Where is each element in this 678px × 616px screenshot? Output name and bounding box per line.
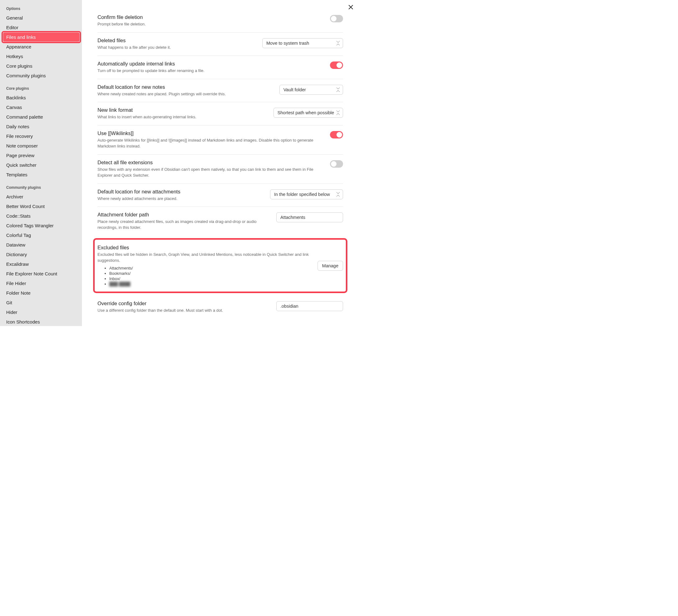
sidebar-item-colorful-tag[interactable]: Colorful Tag bbox=[3, 231, 79, 240]
sidebar-item-community-plugins[interactable]: Community plugins bbox=[3, 71, 79, 80]
setting-title: New link format bbox=[98, 107, 267, 113]
sidebar-item-quick-switcher[interactable]: Quick switcher bbox=[3, 160, 79, 170]
excluded-item: Bookmarks/ bbox=[109, 271, 311, 276]
sidebar-item-appearance[interactable]: Appearance bbox=[3, 42, 79, 51]
setting-desc: Auto-generate Wikilinks for [[links]] an… bbox=[98, 138, 324, 149]
setting-confirm-delete: Confirm file deletion Prompt before file… bbox=[98, 9, 343, 33]
confirm-delete-toggle[interactable] bbox=[330, 15, 343, 22]
setting-excluded-files: Excluded files Excluded files will be hi… bbox=[98, 240, 343, 292]
setting-detect-extensions: Detect all file extensions Show files wi… bbox=[98, 155, 343, 184]
sidebar-item-git[interactable]: Git bbox=[3, 298, 79, 307]
excluded-files-highlight: Excluded files Excluded files will be hi… bbox=[93, 238, 347, 293]
setting-desc: Use a different config folder than the d… bbox=[98, 308, 270, 314]
sidebar-section-title: Community plugins bbox=[3, 183, 79, 191]
setting-desc: Place newly created attachment files, su… bbox=[98, 219, 270, 231]
sidebar-item-file-explorer-note-count[interactable]: File Explorer Note Count bbox=[3, 269, 79, 278]
close-icon bbox=[348, 4, 353, 10]
setting-desc: Excluded files will be hidden in Search,… bbox=[98, 252, 311, 264]
excluded-item: Inbox/ bbox=[109, 276, 311, 281]
setting-auto-update-links: Automatically update internal links Turn… bbox=[98, 56, 343, 79]
excluded-list: Attachments/Bookmarks/Inbox/███ ████ bbox=[98, 265, 311, 287]
detect-extensions-toggle[interactable] bbox=[330, 160, 343, 168]
setting-desc: What happens to a file after you delete … bbox=[98, 45, 256, 50]
setting-desc: Turn off to be prompted to update links … bbox=[98, 68, 324, 74]
sidebar-section-title: Core plugins bbox=[3, 84, 79, 93]
setting-config-folder: Override config folder Use a different c… bbox=[98, 296, 343, 319]
setting-title: Automatically update internal links bbox=[98, 61, 324, 67]
setting-deleted-files: Deleted files What happens to a file aft… bbox=[98, 33, 343, 56]
sidebar-item-hider[interactable]: Hider bbox=[3, 308, 79, 317]
sidebar-item-folder-note[interactable]: Folder Note bbox=[3, 288, 79, 297]
setting-desc: What links to insert when auto-generatin… bbox=[98, 114, 267, 120]
sidebar-item-colored-tags-wrangler[interactable]: Colored Tags Wrangler bbox=[3, 221, 79, 230]
setting-desc: Where newly added attachments are placed… bbox=[98, 196, 264, 202]
sidebar-section-title: Options bbox=[3, 5, 79, 13]
auto-update-links-toggle[interactable] bbox=[330, 62, 343, 69]
setting-attachment-location: Default location for new attachments Whe… bbox=[98, 184, 343, 207]
setting-title: Use [[Wikilinks]] bbox=[98, 131, 324, 136]
sidebar-item-excalidraw[interactable]: Excalidraw bbox=[3, 260, 79, 268]
attachment-path-input[interactable] bbox=[276, 212, 343, 222]
sidebar-item-files-and-links[interactable]: Files and links bbox=[3, 33, 79, 42]
settings-sidebar: OptionsGeneralEditorFiles and linksAppea… bbox=[0, 0, 82, 326]
sidebar-item-templates[interactable]: Templates bbox=[3, 170, 79, 179]
setting-title: Deleted files bbox=[98, 38, 256, 43]
sidebar-item-editor[interactable]: Editor bbox=[3, 23, 79, 32]
sidebar-item-dataview[interactable]: Dataview bbox=[3, 240, 79, 249]
setting-attachment-path: Attachment folder path Place newly creat… bbox=[98, 207, 343, 235]
advanced-heading: Advanced bbox=[98, 319, 343, 326]
sidebar-item-file-hider[interactable]: File Hider bbox=[3, 279, 79, 288]
sidebar-item-archiver[interactable]: Archiver bbox=[3, 192, 79, 201]
sidebar-item-page-preview[interactable]: Page preview bbox=[3, 151, 79, 160]
sidebar-item-code-stats[interactable]: Code::Stats bbox=[3, 211, 79, 220]
setting-new-link-format: New link format What links to insert whe… bbox=[98, 102, 343, 125]
config-folder-input[interactable] bbox=[276, 301, 343, 311]
setting-title: Excluded files bbox=[98, 245, 311, 251]
attachment-location-dropdown[interactable]: In the folder specified below bbox=[270, 189, 343, 199]
setting-desc: Where newly created notes are placed. Pl… bbox=[98, 91, 273, 97]
setting-new-note-location: Default location for new notes Where new… bbox=[98, 79, 343, 103]
sidebar-item-general[interactable]: General bbox=[3, 13, 79, 22]
sidebar-item-dictionary[interactable]: Dictionary bbox=[3, 250, 79, 259]
setting-wikilinks: Use [[Wikilinks]] Auto-generate Wikilink… bbox=[98, 125, 343, 155]
sidebar-item-backlinks[interactable]: Backlinks bbox=[3, 93, 79, 102]
setting-title: Attachment folder path bbox=[98, 212, 270, 218]
setting-title: Default location for new attachments bbox=[98, 189, 264, 195]
sidebar-item-hotkeys[interactable]: Hotkeys bbox=[3, 52, 79, 61]
setting-title: Default location for new notes bbox=[98, 84, 273, 90]
close-button[interactable] bbox=[347, 3, 355, 13]
setting-desc: Prompt before file deletion. bbox=[98, 22, 324, 27]
wikilinks-toggle[interactable] bbox=[330, 131, 343, 139]
deleted-files-dropdown[interactable]: Move to system trash bbox=[262, 38, 343, 48]
setting-title: Detect all file extensions bbox=[98, 159, 324, 166]
setting-desc: Show files with any extension even if Ob… bbox=[98, 167, 324, 179]
setting-title: Confirm file deletion bbox=[98, 14, 324, 20]
sidebar-item-note-composer[interactable]: Note composer bbox=[3, 141, 79, 150]
excluded-item: Attachments/ bbox=[109, 265, 311, 271]
manage-excluded-button[interactable]: Manage bbox=[317, 261, 343, 271]
sidebar-item-core-plugins[interactable]: Core plugins bbox=[3, 62, 79, 70]
sidebar-item-file-recovery[interactable]: File recovery bbox=[3, 132, 79, 141]
excluded-item: ███ ████ bbox=[109, 281, 311, 287]
sidebar-item-better-word-count[interactable]: Better Word Count bbox=[3, 202, 79, 211]
sidebar-item-icon-shortcodes[interactable]: Icon Shortcodes bbox=[3, 317, 79, 326]
new-link-format-dropdown[interactable]: Shortest path when possible bbox=[273, 108, 343, 118]
sidebar-item-canvas[interactable]: Canvas bbox=[3, 103, 79, 112]
setting-title: Override config folder bbox=[98, 300, 270, 306]
sidebar-item-daily-notes[interactable]: Daily notes bbox=[3, 122, 79, 131]
sidebar-item-command-palette[interactable]: Command palette bbox=[3, 112, 79, 121]
settings-main: Confirm file deletion Prompt before file… bbox=[82, 0, 359, 326]
new-note-location-dropdown[interactable]: Vault folder bbox=[279, 85, 343, 95]
